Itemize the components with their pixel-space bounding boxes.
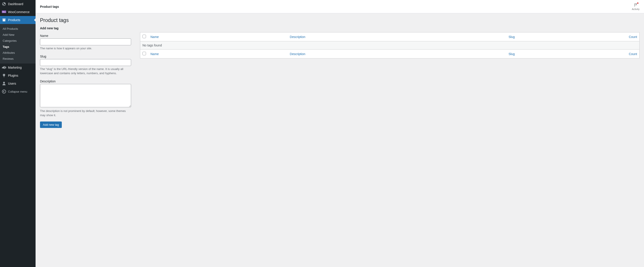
products-submenu: All Products Add New Categories Tags Att… [0, 24, 36, 64]
form-section-title: Add new tag [40, 26, 131, 30]
woocommerce-icon: Woo [2, 10, 6, 14]
column-header-count[interactable]: Count [629, 35, 637, 39]
submenu-item-tags[interactable]: Tags [0, 44, 36, 50]
sidebar-item-plugins[interactable]: Plugins [0, 72, 36, 80]
column-header-name[interactable]: Name [150, 35, 159, 39]
user-icon [2, 81, 6, 86]
submenu-item-reviews[interactable]: Reviews [0, 56, 36, 62]
sidebar-item-label: Users [8, 82, 16, 85]
sidebar-item-products[interactable]: Products [0, 16, 36, 24]
select-all-top-checkbox[interactable] [142, 35, 146, 38]
collapse-label: Collapse menu [8, 90, 27, 93]
name-field-wrapper: Name The name is how it appears on your … [40, 34, 131, 51]
svg-text:Woo: Woo [2, 11, 6, 13]
sidebar-item-label: Dashboard [8, 2, 23, 6]
sidebar-item-label: Plugins [8, 74, 18, 77]
sidebar-item-label: Marketing [8, 66, 22, 69]
column-footer-name[interactable]: Name [150, 52, 159, 56]
flag-icon [634, 3, 638, 8]
submenu-item-categories[interactable]: Categories [0, 38, 36, 44]
main-area: Product tags Activity Product tags Add n… [36, 0, 644, 267]
description-textarea[interactable] [40, 84, 131, 107]
plugin-icon [2, 73, 6, 78]
sidebar-item-label: Products [8, 18, 20, 22]
topbar: Product tags Activity [36, 0, 644, 13]
name-label: Name [40, 34, 131, 38]
slug-help: The “slug” is the URL-friendly version o… [40, 67, 131, 76]
slug-input[interactable] [40, 59, 131, 66]
empty-state-text: No tags found [140, 41, 640, 50]
select-all-bottom-checkbox[interactable] [142, 52, 146, 55]
activity-label: Activity [632, 8, 640, 10]
tags-table: Name Description Slug Count No tags foun… [140, 32, 640, 58]
column-footer-slug[interactable]: Slug [508, 52, 515, 56]
slug-label: Slug [40, 55, 131, 58]
activity-button[interactable]: Activity [632, 3, 640, 10]
sidebar-item-dashboard[interactable]: Dashboard [0, 0, 36, 8]
add-tag-form: Add new tag Name The name is how it appe… [40, 26, 131, 128]
column-footer-count[interactable]: Count [629, 52, 637, 56]
sidebar-item-woocommerce[interactable]: Woo WooCommerce [0, 8, 36, 16]
tags-table-wrapper: Name Description Slug Count No tags foun… [140, 26, 640, 58]
column-header-description[interactable]: Description [290, 35, 305, 39]
description-label: Description [40, 80, 131, 83]
column-footer-description[interactable]: Description [290, 52, 305, 56]
megaphone-icon [2, 65, 6, 70]
name-input[interactable] [40, 38, 131, 45]
column-header-slug[interactable]: Slug [508, 35, 515, 39]
archive-icon [2, 18, 6, 22]
page-title: Product tags [40, 17, 640, 23]
slug-field-wrapper: Slug The “slug” is the URL-friendly vers… [40, 55, 131, 76]
submenu-item-attributes[interactable]: Attributes [0, 50, 36, 56]
description-help: The description is not prominent by defa… [40, 109, 131, 118]
sidebar-item-label: WooCommerce [8, 10, 30, 14]
name-help: The name is how it appears on your site. [40, 46, 131, 51]
svg-point-2 [2, 90, 6, 93]
notification-dot [637, 2, 638, 4]
dashboard-icon [2, 2, 6, 6]
sidebar-item-users[interactable]: Users [0, 80, 36, 88]
submenu-item-all-products[interactable]: All Products [0, 26, 36, 32]
collapse-icon [2, 89, 6, 94]
content: Product tags Add new tag Name The name i… [36, 13, 644, 137]
collapse-menu-button[interactable]: Collapse menu [0, 88, 36, 96]
admin-sidebar: Dashboard Woo WooCommerce Products All P… [0, 0, 36, 267]
topbar-title: Product tags [40, 5, 59, 8]
submenu-item-add-new[interactable]: Add New [0, 32, 36, 38]
add-tag-button[interactable]: Add new tag [40, 122, 62, 128]
sidebar-item-marketing[interactable]: Marketing [0, 64, 36, 72]
description-field-wrapper: Description The description is not promi… [40, 80, 131, 118]
